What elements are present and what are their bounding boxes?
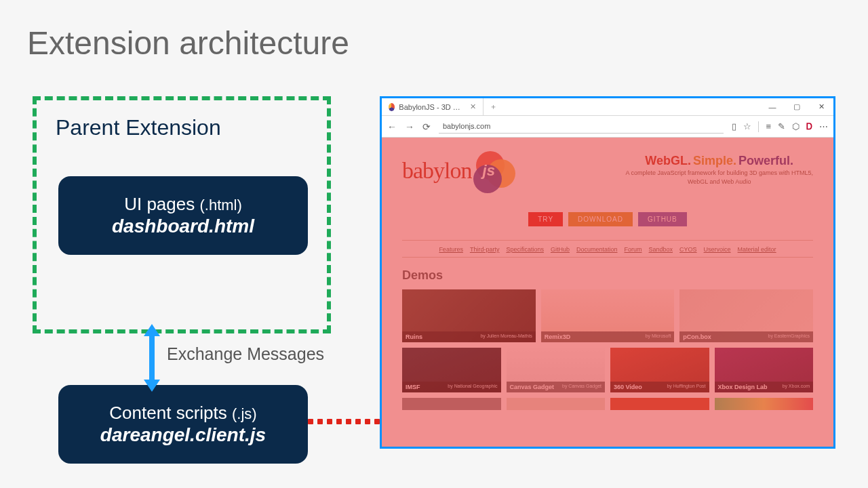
maximize-button[interactable]: ▢ (785, 98, 809, 115)
nav-link[interactable]: Documentation (576, 246, 618, 253)
nav-link[interactable]: Forum (625, 246, 642, 253)
nav-link[interactable]: Uservoice (704, 246, 731, 253)
nav-link[interactable]: Third-party (470, 246, 500, 253)
hub-icon[interactable]: ≡ (766, 121, 771, 131)
favorite-icon[interactable]: ☆ (743, 121, 751, 131)
back-button[interactable]: ← (387, 121, 397, 132)
browser-titlebar: BabylonJS - 3D engine b ✕ ＋ — ▢ ✕ (382, 98, 833, 116)
browser-tab[interactable]: BabylonJS - 3D engine b ✕ (382, 98, 484, 115)
demos-heading: Demos (402, 268, 813, 283)
url-text: babylonjs.com (443, 122, 490, 130)
content-scripts-line1: Content scripts (.js) (109, 403, 256, 424)
ui-pages-line1: UI pages (.html) (124, 194, 242, 215)
page-viewport: babylon js WebGL. Simple. Powerful. A co… (382, 138, 833, 447)
content-scripts-filename: dareangel.client.js (100, 424, 266, 447)
demo-card[interactable]: 360 Videoby Huffington Post (610, 348, 709, 392)
refresh-button[interactable]: ⟳ (422, 121, 431, 132)
nav-link[interactable]: Material editor (738, 246, 776, 253)
close-window-button[interactable]: ✕ (809, 98, 833, 115)
download-button[interactable]: DOWNLOAD (568, 212, 633, 226)
more-icon[interactable]: ⋯ (819, 121, 828, 131)
notes-icon[interactable]: ✎ (778, 121, 785, 131)
extension-icon[interactable]: Ꭰ (806, 121, 812, 132)
slide-title: Extension architecture (27, 24, 349, 62)
nav-link[interactable]: GitHub (551, 246, 570, 253)
new-tab-button[interactable]: ＋ (484, 98, 502, 115)
babylonjs-logo: babylon js (402, 147, 513, 195)
tab-title: BabylonJS - 3D engine b (399, 103, 463, 111)
nav-link[interactable]: Features (439, 246, 463, 253)
double-arrow-icon (138, 324, 165, 392)
try-button[interactable]: TRY (528, 212, 563, 226)
tagline: WebGL. Simple. Powerful. A complete Java… (625, 154, 813, 195)
content-scripts-node: Content scripts (.js) dareangel.client.j… (58, 385, 308, 464)
minimize-button[interactable]: — (760, 98, 785, 115)
nav-link[interactable]: CYOS (679, 246, 697, 253)
demo-card[interactable]: Ruinsby Julien Moreau-Mathis (402, 289, 536, 342)
nav-link[interactable]: Sandbox (649, 246, 673, 253)
nav-link[interactable]: Specifications (506, 246, 544, 253)
nav-links: FeaturesThird-partySpecificationsGitHubD… (402, 240, 813, 258)
reading-view-icon[interactable]: ▯ (732, 121, 736, 131)
demo-card[interactable]: Remix3Dby Microsoft (541, 289, 675, 342)
demo-card[interactable]: Xbox Design Labby Xbox.com (715, 348, 814, 392)
ui-pages-filename: dashboard.html (112, 215, 254, 238)
demo-card[interactable]: IMSFby National Geographic (402, 348, 501, 392)
svg-marker-0 (144, 324, 160, 392)
exchange-messages-label: Exchange Messages (167, 344, 324, 364)
forward-button[interactable]: → (405, 121, 414, 132)
browser-toolbar: ← → ⟳ babylonjs.com ▯ ☆ ≡ ✎ ⬡ Ꭰ ⋯ (382, 116, 833, 138)
dotted-connector (308, 419, 381, 424)
ui-pages-node: UI pages (.html) dashboard.html (58, 176, 308, 255)
close-tab-icon[interactable]: ✕ (470, 102, 476, 111)
address-bar[interactable]: babylonjs.com (439, 120, 724, 134)
favicon-icon (389, 103, 395, 111)
browser-window: BabylonJS - 3D engine b ✕ ＋ — ▢ ✕ ← → ⟳ … (380, 96, 835, 449)
share-icon[interactable]: ⬡ (792, 121, 800, 131)
github-button[interactable]: GITHUB (638, 212, 687, 226)
parent-extension-label: Parent Extension (56, 115, 308, 140)
demo-card[interactable]: pCon.boxby EasternGraphics (679, 289, 813, 342)
demo-card[interactable]: Canvas Gadgetby Canvas Gadget (507, 348, 606, 392)
